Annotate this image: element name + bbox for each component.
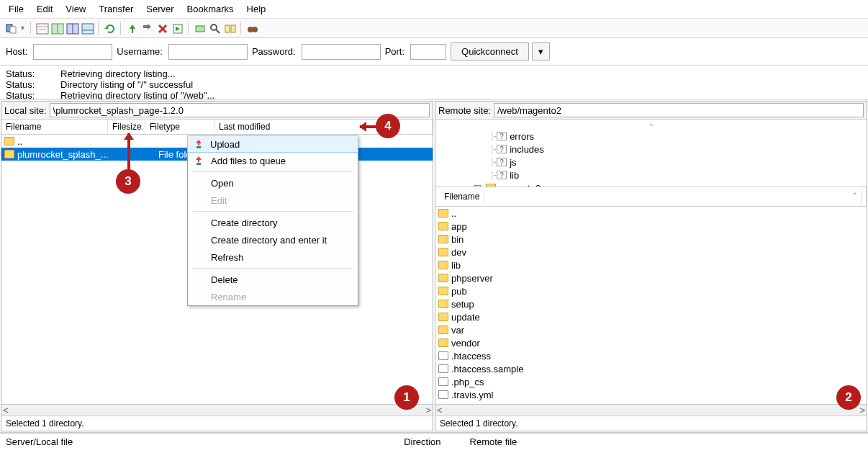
ctx-separator [192, 268, 353, 269]
queue-col-remote[interactable]: Remote file [470, 436, 546, 447]
list-row[interactable]: dev [435, 246, 867, 259]
folder-icon [438, 209, 448, 217]
list-row[interactable]: bin [435, 233, 867, 246]
remote-site-path-input[interactable] [494, 103, 864, 117]
ctx-create-dir[interactable]: Create directory [188, 214, 358, 231]
local-site-path-input[interactable] [50, 103, 430, 117]
list-row[interactable]: .php_cs [435, 375, 867, 388]
ctx-label: Upload [210, 139, 240, 150]
list-row[interactable]: .htaccess [435, 349, 867, 362]
toggle-local-tree-icon[interactable] [50, 22, 63, 35]
menu-help[interactable]: Help [241, 2, 272, 16]
filename-cell: .travis.yml [451, 390, 864, 400]
tree-item[interactable]: +···magento2 [440, 181, 862, 187]
ctx-add-queue[interactable]: Add files to queue [188, 152, 358, 169]
menu-transfer[interactable]: Transfer [93, 2, 139, 16]
reconnect-icon[interactable] [171, 22, 184, 35]
local-scrollbar[interactable]: <> [1, 404, 433, 416]
port-label: Port: [385, 46, 404, 57]
queue-col-server[interactable]: Server/Local file [6, 436, 101, 447]
list-row[interactable]: app [435, 220, 867, 233]
compare-icon[interactable] [223, 22, 236, 35]
search-icon[interactable] [208, 22, 221, 35]
quickconnect-button[interactable]: Quickconnect [451, 42, 529, 60]
queue-header[interactable]: Server/Local file Direction Remote file [0, 432, 868, 450]
list-row-parent[interactable]: .. [435, 207, 867, 220]
remote-tree[interactable]: ^ ┊····?errors ┊····?includes ┊····?js ┊… [435, 120, 867, 187]
tree-item[interactable]: ┊····?includes [440, 143, 862, 156]
context-menu: Upload Add files to queue Open Edit Crea… [187, 135, 358, 306]
list-row[interactable]: lib [435, 259, 867, 272]
local-file-list[interactable]: Filename Filesize Filetype Last modified… [1, 120, 433, 404]
tree-label: errors [510, 131, 534, 142]
ctx-refresh[interactable]: Refresh [188, 248, 358, 266]
upload-icon [194, 139, 204, 149]
annotation-badge-2: 2 [836, 385, 861, 410]
password-input[interactable] [302, 44, 381, 60]
tree-item[interactable]: ┊····?lib [440, 169, 862, 181]
ctx-delete[interactable]: Delete [188, 271, 358, 288]
host-input[interactable] [33, 44, 112, 60]
col-filename[interactable]: Filename^ [435, 187, 867, 206]
password-label: Password: [252, 46, 296, 57]
ctx-create-dir-enter[interactable]: Create directory and enter it [188, 231, 358, 248]
ctx-label: Refresh [211, 252, 244, 263]
ctx-label: Create directory [211, 217, 277, 228]
menu-file[interactable]: File [3, 2, 30, 16]
svg-marker-17 [176, 27, 180, 31]
col-filetype[interactable]: Filetype [145, 120, 214, 134]
cancel-icon[interactable] [140, 22, 153, 35]
ctx-upload[interactable]: Upload [187, 135, 358, 153]
filename-cell: .php_cs [451, 377, 864, 387]
process-queue-icon[interactable] [125, 22, 138, 35]
queue-col-direction[interactable]: Direction [404, 436, 469, 447]
ctx-separator [192, 171, 353, 172]
quickconnect-dropdown[interactable]: ▾ [532, 42, 550, 60]
remote-scrollbar[interactable]: <> [435, 404, 867, 416]
site-manager-icon[interactable] [4, 22, 17, 35]
list-row[interactable]: pub [435, 284, 867, 297]
list-row[interactable]: phpserver [435, 272, 867, 284]
folder-icon [438, 222, 448, 230]
menu-view[interactable]: View [60, 2, 91, 16]
menu-edit[interactable]: Edit [31, 2, 58, 16]
binoculars-icon[interactable] [245, 22, 258, 35]
list-row[interactable]: .htaccess.sample [435, 362, 867, 375]
filename-cell: update [451, 312, 864, 323]
col-filename[interactable]: Filename [1, 120, 108, 134]
list-row[interactable]: update [435, 310, 867, 323]
port-input[interactable] [410, 44, 446, 60]
tree-item[interactable]: ┊····?js [440, 156, 862, 169]
toggle-remote-tree-icon[interactable] [65, 22, 78, 35]
list-row[interactable]: .travis.yml [435, 388, 867, 401]
toggle-queue-icon[interactable] [81, 22, 94, 35]
toggle-log-icon[interactable] [35, 22, 48, 35]
tree-item[interactable]: ┊····?errors [440, 130, 862, 143]
list-row[interactable]: var [435, 323, 867, 336]
folder-icon [438, 261, 448, 269]
status-label: Status: [6, 90, 35, 100]
file-icon [438, 390, 448, 399]
remote-site-label: Remote site: [438, 105, 491, 116]
disconnect-icon[interactable] [155, 22, 168, 35]
filter-icon[interactable] [193, 22, 206, 35]
tree-label: includes [510, 144, 544, 155]
svg-rect-21 [225, 25, 230, 32]
refresh-icon[interactable] [103, 22, 116, 35]
username-input[interactable] [168, 44, 248, 60]
list-row[interactable]: setup [435, 297, 867, 310]
remote-file-list[interactable]: Filename^ .. app bin dev lib phpserver p… [435, 187, 867, 404]
svg-rect-22 [231, 25, 235, 32]
remote-list-header[interactable]: Filename^ [435, 187, 867, 207]
folder-icon [438, 338, 448, 347]
svg-marker-12 [130, 24, 135, 33]
svg-marker-11 [104, 27, 109, 29]
ctx-label: Add files to queue [211, 156, 286, 166]
filename-cell: vendor [451, 338, 864, 349]
menu-bar: File Edit View Transfer Server Bookmarks… [0, 0, 868, 19]
menu-bookmarks[interactable]: Bookmarks [181, 2, 240, 16]
list-row[interactable]: vendor [435, 336, 867, 349]
ctx-open[interactable]: Open [188, 174, 358, 192]
menu-server[interactable]: Server [140, 2, 179, 16]
local-pane: Local site: Filename Filesize Filetype L… [1, 101, 433, 431]
